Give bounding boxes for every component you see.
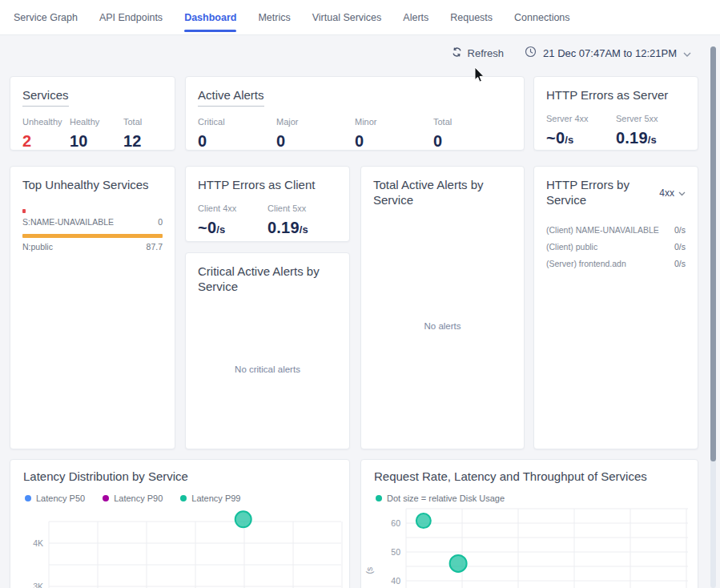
stat-minor: Minor 0: [355, 117, 433, 151]
legend-item-p90[interactable]: Latency P90: [103, 493, 163, 503]
clock-icon: [525, 46, 537, 60]
request-chart-canvas: 605040: [361, 504, 699, 588]
table-row[interactable]: (Server) frontend.adn 0/s: [546, 256, 686, 272]
latency-chart-title: Latency Distribution by Service: [10, 469, 349, 483]
active-alerts-card-title[interactable]: Active Alerts: [198, 88, 264, 107]
latency-chart-legend: Latency P50 Latency P90 Latency P99: [25, 493, 240, 503]
table-row[interactable]: (Client) NAME-UNAVAILABLE 0/s: [546, 222, 686, 239]
legend-dot-icon: [180, 495, 187, 501]
top-unhealthy-services-card: Top Unhealthy Services S:NAME-UNAVAILABL…: [10, 166, 175, 449]
y-axis-tick: 50: [391, 547, 400, 557]
request-chart-legend: Dot size = relative Disk Usage: [376, 493, 505, 503]
critical-alerts-title: Critical Active Alerts by Service: [198, 264, 337, 295]
legend-dot-icon: [376, 495, 382, 501]
tab-connections[interactable]: Connections: [514, 0, 570, 34]
stat-unhealthy: Unhealthy 2: [22, 117, 70, 151]
total-active-alerts-card: Total Active Alerts by Service No alerts: [360, 166, 525, 449]
http-errors-by-service-card: HTTP Errors by Service 4xx (Client) NAME…: [533, 166, 698, 449]
list-item[interactable]: N:public 87.7: [22, 242, 163, 252]
legend-item-p50[interactable]: Latency P50: [25, 493, 85, 503]
refresh-button[interactable]: Refresh: [451, 46, 505, 60]
top-unhealthy-title: Top Unhealthy Services: [22, 178, 163, 193]
legend-dot-icon: [25, 495, 31, 501]
mouse-cursor: [474, 67, 485, 83]
http-errors-client-card: HTTP Errors as Client Client 4xx ~0/s Cl…: [185, 166, 350, 242]
scatter-point[interactable]: [450, 555, 467, 572]
services-card-title[interactable]: Services: [22, 88, 69, 107]
no-critical-alerts-text: No critical alerts: [186, 364, 349, 374]
stat-total-alerts: Total 0: [433, 117, 512, 151]
error-type-dropdown[interactable]: 4xx: [659, 187, 686, 199]
http-errors-client-title: HTTP Errors as Client: [198, 178, 337, 193]
scatter-point[interactable]: [235, 511, 251, 527]
tab-api-endpoints[interactable]: API Endpoints: [99, 0, 163, 34]
active-alerts-card: Active Alerts Critical 0 Major 0 Minor 0…: [185, 76, 525, 151]
table-row[interactable]: (Client) public 0/s: [546, 239, 686, 256]
scatter-point[interactable]: [416, 513, 431, 528]
y-axis-tick: 60: [391, 518, 400, 528]
services-card: Services Unhealthy 2 Healthy 10 Total 12: [10, 76, 175, 151]
unhealthy-services-list: S:NAME-UNAVAILABLE 0 N:public 87.7: [22, 209, 163, 252]
tab-service-graph[interactable]: Service Graph: [14, 0, 78, 34]
stat-server-5xx: Server 5xx 0.19/s: [616, 114, 686, 147]
legend-dot-icon: [103, 495, 109, 501]
y-axis-tick: 40: [391, 576, 400, 586]
scrollbar-thumb[interactable]: [710, 46, 716, 461]
refresh-label: Refresh: [468, 47, 505, 59]
legend-item-p99[interactable]: Latency P99: [180, 493, 240, 503]
stat-total-services: Total 12: [123, 117, 142, 151]
stat-critical: Critical 0: [198, 117, 276, 151]
stat-healthy: Healthy 10: [70, 117, 123, 151]
time-range-picker[interactable]: 21 Dec 07:47AM to 12:21PM: [525, 46, 691, 60]
chevron-down-icon: [678, 187, 686, 199]
latency-chart-canvas: 4K3K: [10, 504, 351, 588]
http-errors-by-service-title: HTTP Errors by Service: [546, 178, 644, 208]
list-item[interactable]: S:NAME-UNAVAILABLE 0: [22, 217, 163, 227]
refresh-icon: [451, 46, 462, 60]
tab-metrics[interactable]: Metrics: [258, 0, 290, 34]
latency-distribution-card: Latency Distribution by Service Latency …: [10, 459, 350, 588]
y-axis-tick: 4K: [33, 538, 43, 548]
unhealthy-bar: [22, 209, 26, 213]
no-alerts-text: No alerts: [361, 321, 524, 331]
request-chart-title: Request Rate, Latency and Throughput of …: [361, 469, 698, 483]
http-errors-server-title: HTTP Errors as Server: [546, 88, 686, 103]
tab-requests[interactable]: Requests: [450, 0, 493, 34]
tab-virtual-services[interactable]: Virtual Services: [312, 0, 382, 34]
http-errors-server-card: HTTP Errors as Server Server 4xx ~0/s Se…: [533, 76, 698, 151]
top-navigation: Service Graph API Endpoints Dashboard Me…: [0, 0, 720, 35]
tab-alerts[interactable]: Alerts: [403, 0, 428, 34]
chevron-down-icon: [683, 47, 691, 59]
stat-client-4xx: Client 4xx ~0/s: [198, 203, 267, 237]
tab-dashboard[interactable]: Dashboard: [184, 0, 236, 34]
unhealthy-bar: [22, 234, 163, 238]
legend-item-disk-usage: Dot size = relative Disk Usage: [376, 493, 505, 503]
time-range-label: 21 Dec 07:47AM to 12:21PM: [543, 47, 677, 59]
total-alerts-title: Total Active Alerts by Service: [373, 178, 512, 208]
stat-client-5xx: Client 5xx 0.19/s: [267, 203, 337, 237]
critical-active-alerts-card: Critical Active Alerts by Service No cri…: [185, 252, 350, 449]
stat-server-4xx: Server 4xx ~0/s: [546, 114, 616, 147]
toolbar: Refresh 21 Dec 07:47AM to 12:21PM: [0, 38, 720, 67]
y-axis-tick: 3K: [33, 582, 43, 588]
request-rate-card: Request Rate, Latency and Throughput of …: [360, 459, 698, 588]
stat-major: Major 0: [276, 117, 355, 151]
